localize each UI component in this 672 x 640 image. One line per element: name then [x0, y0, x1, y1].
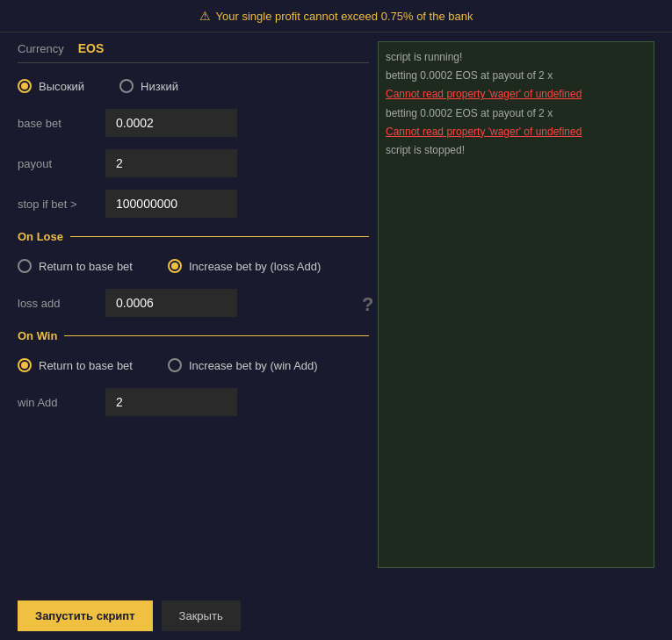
radio-high[interactable]: Высокий — [18, 79, 84, 93]
on-win-group: Return to base bet Increase bet by (win … — [18, 355, 369, 376]
log-line-5: Cannot read property 'wager' of undefine… — [386, 124, 647, 140]
log-panel: script is running! betting 0.0002 EOS at… — [378, 41, 654, 568]
radio-low-label: Низкий — [141, 80, 178, 93]
radio-high-label: Высокий — [39, 80, 84, 93]
payout-label: payout — [18, 157, 97, 170]
loss-add-input[interactable] — [105, 289, 237, 317]
log-line-4: betting 0.0002 EOS at payout of 2 x — [386, 105, 647, 122]
loss-add-label: loss add — [18, 297, 97, 310]
payout-input[interactable] — [105, 149, 237, 177]
right-panel-wrapper: ? script is running! betting 0.0002 EOS … — [378, 41, 654, 568]
on-lose-header: On Lose — [18, 230, 369, 243]
radio-low-circle[interactable] — [119, 79, 134, 93]
radio-lose-return[interactable]: Return to base bet — [18, 259, 133, 273]
on-lose-line — [70, 236, 369, 237]
win-add-input[interactable] — [105, 388, 237, 416]
base-bet-label: base bet — [18, 117, 97, 130]
payout-row: payout — [18, 149, 369, 177]
radio-win-increase[interactable]: Increase bet by (win Add) — [168, 358, 318, 372]
stop-bet-row: stop if bet > — [18, 190, 369, 218]
on-lose-group: Return to base bet Increase bet by (loss… — [18, 255, 369, 277]
win-add-label: win Add — [18, 396, 97, 409]
question-mark-icon: ? — [362, 293, 373, 316]
warning-text: Your single profit cannot exceed 0.75% o… — [216, 10, 473, 23]
radio-lose-increase-label: Increase bet by (loss Add) — [189, 260, 321, 273]
radio-lose-return-label: Return to base bet — [39, 260, 133, 273]
on-win-line — [64, 335, 369, 336]
on-win-header: On Win — [18, 329, 369, 342]
currency-value: EOS — [78, 41, 105, 55]
log-line-6: script is stopped! — [386, 142, 647, 159]
radio-high-circle[interactable] — [18, 79, 32, 93]
win-add-row: win Add — [18, 388, 369, 416]
warning-icon: ⚠ — [199, 9, 211, 23]
stop-bet-input[interactable] — [105, 190, 237, 218]
radio-win-increase-circle[interactable] — [168, 358, 182, 372]
radio-win-return-circle[interactable] — [18, 358, 32, 372]
stop-bet-label: stop if bet > — [18, 198, 97, 211]
warning-bar: ⚠ Your single profit cannot exceed 0.75%… — [0, 0, 672, 32]
on-lose-title: On Lose — [18, 230, 63, 243]
log-line-1: script is running! — [386, 49, 647, 66]
on-win-title: On Win — [18, 329, 57, 342]
log-line-3: Cannot read property 'wager' of undefine… — [386, 86, 647, 103]
radio-win-return-label: Return to base bet — [39, 359, 133, 372]
currency-label: Currency — [18, 42, 64, 55]
loss-add-row: loss add — [18, 289, 369, 317]
radio-win-increase-label: Increase bet by (win Add) — [189, 359, 318, 372]
radio-lose-increase[interactable]: Increase bet by (loss Add) — [168, 259, 321, 273]
left-panel: Currency EOS Высокий Низкий base bet pay… — [18, 41, 369, 568]
base-bet-row: base bet — [18, 109, 369, 137]
close-button[interactable]: Закрыть — [162, 600, 241, 631]
radio-lose-increase-circle[interactable] — [168, 259, 182, 273]
log-line-2: betting 0.0002 EOS at payout of 2 x — [386, 68, 647, 84]
run-button[interactable]: Запустить скрипт — [18, 600, 153, 631]
bottom-buttons: Запустить скрипт Закрыть — [0, 592, 672, 640]
currency-row: Currency EOS — [18, 41, 369, 63]
radio-win-return[interactable]: Return to base bet — [18, 358, 133, 372]
radio-low[interactable]: Низкий — [119, 79, 178, 93]
bet-type-group: Высокий Низкий — [18, 76, 369, 97]
radio-lose-return-circle[interactable] — [18, 259, 32, 273]
base-bet-input[interactable] — [105, 109, 237, 137]
